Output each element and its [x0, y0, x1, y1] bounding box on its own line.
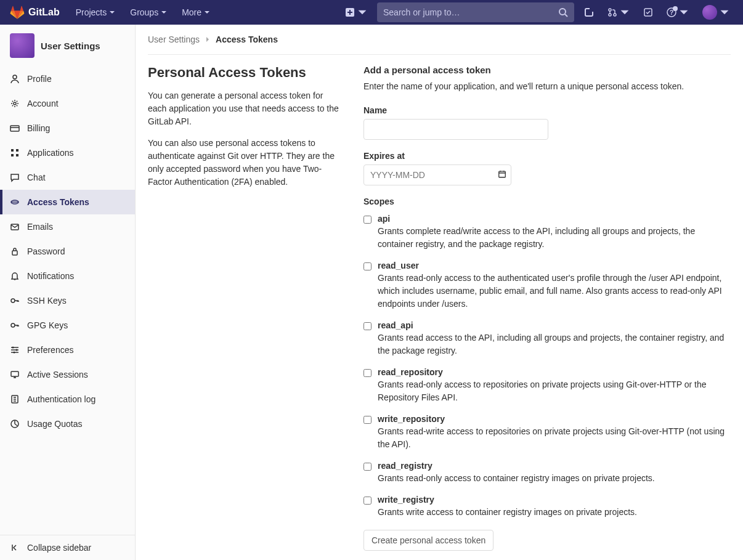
log-icon	[10, 394, 20, 404]
form-lead: Enter the name of your application, and …	[363, 80, 731, 93]
page-description-2: You can also use personal access tokens …	[148, 137, 339, 189]
nav-projects-label: Projects	[76, 7, 107, 17]
sidebar-item-notifications[interactable]: Notifications	[0, 264, 135, 288]
scope-name: read_registry	[378, 461, 731, 471]
scope-checkbox-read-repository[interactable]	[363, 369, 372, 377]
chevron-down-icon	[109, 9, 115, 15]
sidebar-item-profile[interactable]: Profile	[0, 67, 135, 91]
collapse-icon	[10, 543, 20, 553]
svg-point-6	[614, 14, 616, 16]
nav-groups[interactable]: Groups	[124, 4, 173, 21]
breadcrumb-root[interactable]: User Settings	[148, 34, 200, 44]
expires-input[interactable]	[363, 164, 511, 185]
user-menu[interactable]	[699, 2, 733, 22]
sidebar-item-emails[interactable]: Emails	[0, 214, 135, 239]
search-icon	[558, 7, 568, 17]
search-box[interactable]	[377, 2, 574, 22]
scope-write-registry: write_registry Grants write access to co…	[363, 495, 731, 519]
top-nav: GitLab Projects Groups More	[0, 0, 743, 25]
collapse-label: Collapse sidebar	[27, 543, 91, 553]
chevron-down-icon	[620, 7, 630, 17]
chat-icon	[10, 172, 20, 182]
scope-checkbox-read-api[interactable]	[363, 322, 372, 330]
scope-checkbox-read-registry[interactable]	[363, 463, 372, 471]
sidebar-item-label: Authentication log	[27, 394, 95, 404]
create-token-button[interactable]: Create personal access token	[363, 530, 493, 551]
gitlab-logo[interactable]: GitLab	[10, 5, 60, 20]
svg-rect-16	[16, 154, 18, 156]
svg-point-1	[559, 9, 566, 15]
sidebar-item-auth-log[interactable]: Authentication log	[0, 387, 135, 412]
sidebar-item-billing[interactable]: Billing	[0, 116, 135, 140]
page-title: Personal Access Tokens	[148, 65, 339, 81]
scope-checkbox-write-registry[interactable]	[363, 497, 372, 505]
svg-point-22	[12, 347, 14, 349]
chevron-down-icon	[204, 9, 210, 15]
svg-point-20	[11, 299, 15, 302]
scope-checkbox-write-repository[interactable]	[363, 416, 372, 424]
form-heading: Add a personal access token	[363, 65, 731, 75]
sidebar-item-usage-quotas[interactable]: Usage Quotas	[0, 412, 135, 436]
scope-checkbox-read-user[interactable]	[363, 262, 372, 270]
gear-icon	[10, 99, 20, 108]
nav-groups-label: Groups	[130, 7, 158, 17]
breadcrumb-current: Access Tokens	[216, 34, 278, 44]
sidebar-item-gpg-keys[interactable]: GPG Keys	[0, 313, 135, 338]
token-icon	[10, 197, 20, 207]
search-input[interactable]	[383, 7, 558, 17]
help-link[interactable]: ?	[663, 5, 692, 20]
brand-text: GitLab	[28, 7, 60, 18]
chevron-down-icon	[357, 7, 367, 17]
plus-icon	[345, 7, 355, 17]
sidebar-header[interactable]: User Settings	[0, 25, 135, 67]
merge-requests-link[interactable]	[604, 5, 633, 20]
svg-point-21	[11, 323, 15, 327]
key-icon	[10, 296, 20, 306]
svg-rect-25	[11, 371, 18, 376]
main-content: User Settings Access Tokens Personal Acc…	[136, 25, 743, 560]
calendar-icon[interactable]	[498, 170, 506, 181]
sidebar-item-access-tokens[interactable]: Access Tokens	[0, 190, 135, 214]
user-avatar-large	[10, 33, 35, 58]
sidebar-item-account[interactable]: Account	[0, 91, 135, 116]
sidebar-item-ssh-keys[interactable]: SSH Keys	[0, 288, 135, 313]
nav-more[interactable]: More	[176, 4, 216, 21]
scope-name: write_registry	[378, 495, 731, 505]
sidebar-item-label: GPG Keys	[27, 320, 68, 330]
scope-read-user: read_user Grants read-only access to the…	[363, 261, 731, 310]
svg-point-10	[13, 75, 17, 79]
monitor-icon	[10, 370, 20, 379]
chevron-down-icon	[720, 7, 729, 17]
issues-link[interactable]	[580, 5, 598, 20]
sidebar-item-preferences[interactable]: Preferences	[0, 338, 135, 362]
quota-icon	[10, 419, 20, 429]
new-dropdown[interactable]	[341, 5, 371, 20]
svg-rect-15	[11, 154, 14, 156]
sidebar-item-password[interactable]: Password	[0, 239, 135, 264]
expires-label: Expires at	[363, 151, 731, 161]
sidebar-item-label: Preferences	[27, 345, 73, 355]
sidebar-item-active-sessions[interactable]: Active Sessions	[0, 362, 135, 387]
scope-checkbox-api[interactable]	[363, 216, 372, 224]
breadcrumb: User Settings Access Tokens	[148, 25, 731, 55]
svg-rect-13	[11, 149, 14, 152]
issues-icon	[584, 7, 594, 17]
svg-point-4	[609, 9, 611, 11]
chevron-down-icon	[161, 9, 167, 15]
scope-read-registry: read_registry Grants read-only access to…	[363, 461, 731, 485]
chevron-right-icon	[205, 34, 211, 44]
name-input[interactable]	[363, 119, 548, 140]
sidebar-item-applications[interactable]: Applications	[0, 140, 135, 165]
nav-projects[interactable]: Projects	[70, 4, 122, 21]
todos-link[interactable]	[639, 5, 657, 20]
scope-read-api: read_api Grants read access to the API, …	[363, 320, 731, 357]
scope-api: api Grants complete read/write access to…	[363, 214, 731, 251]
sidebar-item-label: Notifications	[27, 271, 74, 281]
collapse-sidebar[interactable]: Collapse sidebar	[0, 535, 135, 560]
svg-point-5	[609, 14, 611, 16]
sidebar-item-chat[interactable]: Chat	[0, 165, 135, 190]
sidebar-item-label: Applications	[27, 148, 74, 158]
scope-desc: Grants read-only access to repositories …	[378, 378, 731, 404]
chevron-down-icon	[679, 7, 689, 17]
user-avatar	[702, 5, 717, 20]
